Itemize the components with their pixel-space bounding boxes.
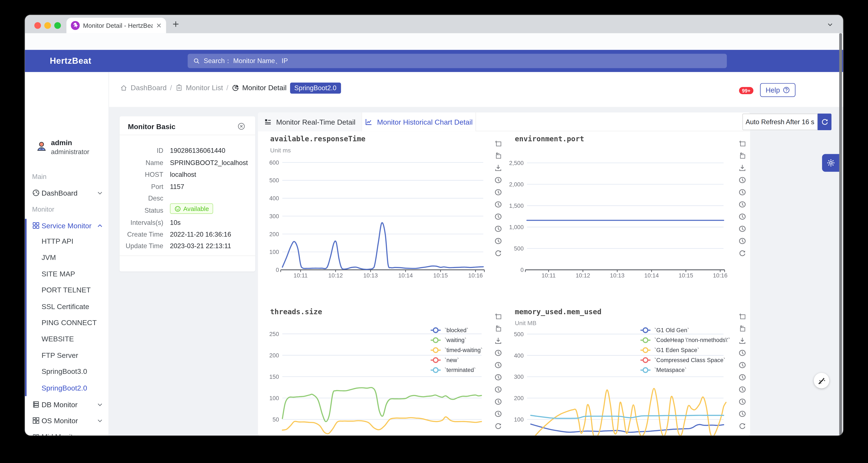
chart-toolbox-clock-icon[interactable] bbox=[739, 188, 746, 196]
svg-text:10:12: 10:12 bbox=[328, 272, 343, 279]
sidebar-subitem-springboot2-0[interactable]: SpringBoot2.0 bbox=[41, 384, 87, 392]
chart-toolbox-clock-icon[interactable] bbox=[494, 225, 502, 233]
field-value: localhost bbox=[170, 171, 196, 178]
tab-search-icon[interactable] bbox=[827, 22, 833, 28]
brand-title[interactable]: HertzBeat bbox=[50, 56, 91, 66]
chart-toolbox-refresh-icon[interactable] bbox=[494, 249, 502, 257]
sidebar-subitem-http-api[interactable]: HTTP API bbox=[41, 237, 73, 245]
svg-text:10:11: 10:11 bbox=[541, 272, 556, 279]
chart-toolbox-clock-icon[interactable] bbox=[739, 386, 746, 393]
sidebar-item-service-monitor[interactable]: Service Monitor bbox=[25, 219, 109, 232]
svg-text:300: 300 bbox=[269, 213, 279, 220]
chart-toolbox-clock-icon[interactable] bbox=[494, 398, 502, 405]
chart-toolbox-refresh-icon[interactable] bbox=[739, 422, 746, 430]
sidebar-subitem-port-telnet[interactable]: PORT TELNET bbox=[41, 286, 91, 294]
chart-toolbox-refresh-icon[interactable] bbox=[494, 422, 502, 430]
chart-toolbox-restore-icon[interactable] bbox=[739, 325, 746, 332]
chart-toolbox-clock-icon[interactable] bbox=[739, 237, 746, 245]
chevron-up-icon bbox=[97, 223, 103, 229]
chart-toolbox-clock-icon[interactable] bbox=[494, 237, 502, 245]
window-zoom-button[interactable] bbox=[54, 22, 61, 29]
chart-toolbox-clock-icon[interactable] bbox=[494, 361, 502, 369]
chart-toolbox-save-image-icon[interactable] bbox=[739, 164, 746, 172]
chart-toolbox-refresh-icon[interactable] bbox=[739, 249, 746, 257]
sidebar-subitem-site-map[interactable]: SITE MAP bbox=[41, 270, 75, 278]
sidebar-subitem-ssl-certificate[interactable]: SSL Certificate bbox=[41, 302, 89, 311]
new-tab-button[interactable] bbox=[172, 21, 179, 28]
sidebar-item-os-monitor[interactable]: OS Monitor bbox=[25, 414, 109, 427]
chart-toolbox-clock-icon[interactable] bbox=[739, 398, 746, 405]
window-close-button[interactable] bbox=[34, 22, 41, 29]
legend-item[interactable]: `Metaspace` bbox=[641, 367, 687, 373]
field-value: 1157 bbox=[170, 183, 184, 191]
breadcrumb-dashboard[interactable]: DashBoard bbox=[131, 84, 167, 92]
chart-toolbox-clock-icon[interactable] bbox=[739, 201, 746, 208]
sidebar-item-db-monitor[interactable]: DB Monitor bbox=[25, 398, 109, 411]
scrollbar[interactable] bbox=[839, 33, 842, 436]
search-placeholder: Search： Monitor Name、IP bbox=[204, 56, 288, 66]
chart-toolbox-clock-icon[interactable] bbox=[494, 188, 502, 196]
svg-text:250: 250 bbox=[269, 331, 279, 337]
help-button[interactable]: Help bbox=[760, 83, 796, 97]
field-label: Port bbox=[120, 183, 163, 191]
chart-toolbox-zoom-box-icon[interactable] bbox=[739, 140, 746, 147]
magic-wand-float-button[interactable] bbox=[814, 373, 829, 388]
sidebar-subitem-ftp-server[interactable]: FTP Server bbox=[41, 351, 78, 359]
chart-toolbox-clock-icon[interactable] bbox=[739, 349, 746, 357]
sidebar-subitem-website[interactable]: WEBSITE bbox=[41, 335, 74, 343]
sidebar-item-dashboard[interactable]: DashBoard bbox=[25, 186, 109, 199]
browser-tab[interactable]: Monitor Detail - HertzBeat bbox=[66, 18, 166, 33]
chart-toolbox-save-image-icon[interactable] bbox=[494, 337, 502, 345]
chart-toolbox-clock-icon[interactable] bbox=[494, 213, 502, 221]
legend-item[interactable]: `CodeHeap \'non-nmethods\'` bbox=[641, 337, 730, 343]
monitor-list-icon[interactable] bbox=[175, 84, 183, 91]
chart-toolbox-clock-icon[interactable] bbox=[739, 213, 746, 221]
chart-toolbox-save-image-icon[interactable] bbox=[494, 164, 502, 172]
global-search-input[interactable]: Search： Monitor Name、IP bbox=[188, 54, 727, 68]
user-avatar[interactable] bbox=[36, 141, 47, 152]
home-icon[interactable] bbox=[120, 84, 127, 91]
panel-close-icon[interactable] bbox=[238, 122, 245, 130]
chart-toolbox-clock-icon[interactable] bbox=[494, 349, 502, 357]
tab-historical-chart[interactable]: Monitor Historical Chart Detail bbox=[362, 112, 476, 131]
chart-toolbox-clock-icon[interactable] bbox=[739, 176, 746, 184]
legend-item[interactable]: `Compressed Class Space` bbox=[641, 357, 725, 364]
legend-item[interactable]: `terminated` bbox=[431, 367, 476, 373]
legend-item[interactable]: `waiting` bbox=[431, 337, 466, 343]
legend-item[interactable]: `timed-waiting` bbox=[431, 347, 483, 353]
legend-item[interactable]: `blocked` bbox=[431, 327, 468, 334]
sidebar-subitem-ping-connect[interactable]: PING CONNECT bbox=[41, 318, 97, 327]
breadcrumb-monitor-list[interactable]: Monitor List bbox=[186, 84, 223, 92]
chart-toolbox-clock-icon[interactable] bbox=[494, 373, 502, 381]
chart-toolbox-clock-icon[interactable] bbox=[739, 225, 746, 233]
chart-settings-float-button[interactable] bbox=[822, 154, 839, 172]
tab-realtime-detail[interactable]: Monitor Real-Time Detail bbox=[258, 112, 362, 131]
legend-item[interactable]: `new` bbox=[431, 357, 459, 364]
legend-item[interactable]: `G1 Old Gen` bbox=[641, 327, 689, 334]
user-role: administrator bbox=[51, 148, 89, 155]
chart-toolbox-clock-icon[interactable] bbox=[494, 201, 502, 208]
window-minimize-button[interactable] bbox=[44, 22, 51, 29]
chart-toolbox-restore-icon[interactable] bbox=[494, 152, 502, 160]
chart-toolbox-clock-icon[interactable] bbox=[739, 361, 746, 369]
chart-toolbox-zoom-box-icon[interactable] bbox=[494, 140, 502, 147]
sidebar-subitem-springboot3-0[interactable]: SpringBoot3.0 bbox=[41, 368, 87, 376]
chart-toolbox-save-image-icon[interactable] bbox=[739, 337, 746, 345]
chart-toolbox-clock-icon[interactable] bbox=[494, 410, 502, 418]
refresh-now-button[interactable] bbox=[817, 114, 832, 130]
sidebar-item-mid-monitor[interactable]: Mid Monitor bbox=[25, 430, 109, 435]
tab-close-icon[interactable] bbox=[156, 23, 162, 28]
chart-toolbox-restore-icon[interactable] bbox=[494, 325, 502, 332]
chart-toolbox-restore-icon[interactable] bbox=[739, 152, 746, 160]
legend-item[interactable]: `G1 Eden Space` bbox=[641, 347, 699, 353]
chart-toolbox-clock-icon[interactable] bbox=[739, 373, 746, 381]
chart-toolbox-clock-icon[interactable] bbox=[494, 386, 502, 393]
chart-toolbox-zoom-box-icon[interactable] bbox=[494, 313, 502, 320]
chart-toolbox-clock-icon[interactable] bbox=[739, 410, 746, 418]
chart-toolbox-zoom-box-icon[interactable] bbox=[739, 313, 746, 320]
svg-text:100: 100 bbox=[269, 395, 279, 401]
auto-refresh-button[interactable]: Auto Refresh After 16 s bbox=[742, 114, 817, 130]
sidebar-subitem-jvm[interactable]: JVM bbox=[41, 253, 56, 262]
chart-toolbox-clock-icon[interactable] bbox=[494, 176, 502, 184]
series-line--Metaspace- bbox=[531, 415, 724, 418]
